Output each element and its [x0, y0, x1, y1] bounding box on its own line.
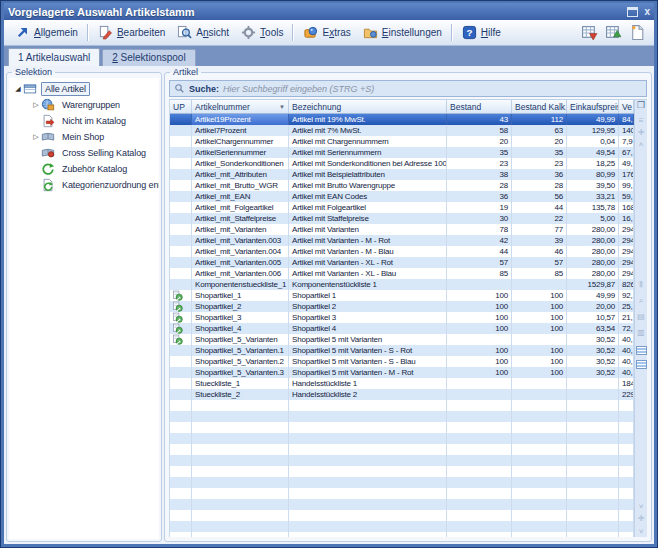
table-row[interactable]: Shopartikel_5_Varianten.3Shopartikel 5 m…: [170, 367, 634, 378]
table-row[interactable]: Artikel19ProzentArtikel mit 19% MwSt.431…: [170, 114, 634, 125]
new-document-icon[interactable]: [629, 24, 646, 41]
table-row[interactable]: Artikel_mit_VariantenArtikel mit Variant…: [170, 224, 634, 235]
table-row[interactable]: Artikel_mit_Varianten.005Artikel mit Var…: [170, 257, 634, 268]
up-cell: [170, 136, 192, 147]
menu-item-bearbeiten[interactable]: Bearbeiten: [92, 23, 171, 42]
grid-side-strip[interactable]: ❐≡✛˄⦀⌕▤▥˅✛˅: [634, 100, 647, 537]
menu-item-extras[interactable]: Extras: [297, 23, 356, 42]
close-icon[interactable]: x: [644, 7, 650, 17]
table-row[interactable]: Shopartikel_5_VariantenShopartikel 5 mit…: [170, 334, 634, 345]
table-row[interactable]: Artikel_mit_Varianten.004Artikel mit Var…: [170, 246, 634, 257]
table-row[interactable]: Stueckliste_1Handelsstückliste 1184: [170, 378, 634, 389]
tree-item-label: Mein Shop: [59, 131, 107, 143]
tree-item-nicht-im-katalog[interactable]: Nicht im Katalog: [11, 113, 157, 129]
column-header-ve[interactable]: Ve: [619, 100, 634, 113]
empty-cell: [567, 411, 619, 422]
table-import-icon[interactable]: [605, 24, 622, 41]
scroll-marker-icon[interactable]: ⌕: [635, 296, 647, 305]
tree-item-label: Zubehör Katalog: [59, 163, 130, 175]
tree-expander-icon[interactable]: ▷: [31, 133, 41, 141]
list-marker-icon[interactable]: [636, 360, 647, 369]
table-row[interactable]: ArtikelChargennummerArtikel mit Chargenn…: [170, 136, 634, 147]
cell-ve: 40,: [619, 345, 634, 356]
empty-cell: [567, 455, 619, 466]
tree-item-kategorienzuordnung-entfernen[interactable]: Kategorienzuordnung entfernen: [11, 177, 157, 193]
table-row[interactable]: ArtikelSeriennummerArtikel mit Seriennum…: [170, 147, 634, 158]
tree-expander-icon[interactable]: ▷: [31, 101, 41, 109]
empty-cell: [170, 499, 192, 510]
empty-cell: [512, 400, 567, 411]
cell-bestand: 100: [447, 301, 512, 312]
table-export-icon[interactable]: [581, 24, 598, 41]
up-cell: [170, 114, 192, 125]
scroll-marker-icon[interactable]: ▤: [635, 312, 647, 321]
cell-bestand-kalk: 100: [512, 301, 567, 312]
table-row[interactable]: Shopartikel_5_Varianten.1Shopartikel 5 m…: [170, 345, 634, 356]
cell-ve: 72,: [619, 323, 634, 334]
tree-item-cross-selling-katalog[interactable]: Cross Selling Katalog: [11, 145, 157, 161]
empty-cell: [512, 466, 567, 477]
search-input[interactable]: Suche: Hier Suchbegriff eingeben (STRG +…: [169, 80, 647, 97]
menu-item-tools[interactable]: Tools: [235, 23, 289, 42]
tab-2[interactable]: 2 Selektionspool: [102, 49, 195, 66]
empty-cell: [192, 433, 289, 444]
scroll-marker-icon[interactable]: ˄: [635, 140, 647, 149]
column-header-bestand[interactable]: Bestand: [447, 100, 512, 113]
cell-bestand: [447, 334, 512, 345]
table-row[interactable]: Shopartikel_3Shopartikel 310010010,5721,: [170, 312, 634, 323]
scroll-marker-icon[interactable]: ˅: [635, 527, 647, 536]
table-row[interactable]: Shopartikel_4Shopartikel 410010063,5472,: [170, 323, 634, 334]
up-cell: [170, 191, 192, 202]
table-row[interactable]: Komponentenstueckliste_1Komponentenstück…: [170, 279, 634, 290]
menu-item-ansicht[interactable]: Ansicht: [171, 23, 235, 42]
table-row[interactable]: Shopartikel_2Shopartikel 210010020,0025,: [170, 301, 634, 312]
column-header-artikelnummer[interactable]: Artikelnummer▼: [192, 100, 289, 113]
restore-icon[interactable]: [627, 7, 638, 17]
menu-item-einstellungen[interactable]: Einstellungen: [357, 23, 448, 42]
menu-item-hilfe[interactable]: ?Hilfe: [456, 23, 507, 42]
scroll-marker-icon[interactable]: ✛: [635, 514, 647, 523]
table-row[interactable]: Artikel_mit_Varianten.006Artikel mit Var…: [170, 268, 634, 279]
tree-item-zubeh-r-katalog[interactable]: Zubehör Katalog: [11, 161, 157, 177]
scroll-marker-icon[interactable]: ▥: [635, 328, 647, 337]
scroll-marker-icon[interactable]: ⦀: [635, 280, 647, 289]
empty-cell: [289, 433, 447, 444]
cell-bezeichnung: Artikel mit Varianten - M - Rot: [289, 235, 447, 246]
cell-bezeichnung: Shopartikel 5 mit Varianten - S - Blau: [289, 356, 447, 367]
tab-1[interactable]: 1 Artikelauswahl: [8, 48, 100, 66]
menu-item-allgemein[interactable]: Allgemein: [9, 23, 84, 42]
tree-expander-icon[interactable]: ◢: [13, 85, 23, 93]
table-row[interactable]: Artikel_mit_Varianten.003Artikel mit Var…: [170, 235, 634, 246]
table-row[interactable]: Artikel_mit_Brutto_WGRArtikel mit Brutto…: [170, 180, 634, 191]
cell-artikelnummer: Shopartikel_5_Varianten.1: [192, 345, 289, 356]
column-header-bestand-kalk-[interactable]: Bestand Kalk.: [512, 100, 567, 113]
empty-cell: [619, 510, 634, 521]
column-header-up[interactable]: UP: [170, 100, 192, 113]
empty-cell: [512, 444, 567, 455]
column-header-bezeichnung[interactable]: Bezeichnung: [289, 100, 447, 113]
tree-item-label: Nicht im Katalog: [59, 115, 129, 127]
empty-cell: [192, 488, 289, 499]
tree-item-mein-shop[interactable]: ▷Mein Shop: [11, 129, 157, 145]
table-row[interactable]: Artikel_mit_AttributenArtikel mit Beispi…: [170, 169, 634, 180]
table-row[interactable]: Artikel_mit_EANArtikel mit EAN Codes3656…: [170, 191, 634, 202]
table-row[interactable]: Shopartikel_5_Varianten.2Shopartikel 5 m…: [170, 356, 634, 367]
cell-artikelnummer: Artikel_mit_Varianten.005: [192, 257, 289, 268]
table-row[interactable]: Artikel7ProzentArtikel mit 7% MwSt.58631…: [170, 125, 634, 136]
table-row[interactable]: Artikel_mit_StaffelpreiseArtikel mit Sta…: [170, 213, 634, 224]
tree-item-alle-artikel[interactable]: ◢Alle Artikel: [11, 81, 157, 97]
cell-einkaufspreis: 49,99: [567, 114, 619, 125]
table-row[interactable]: Artikel_mit_FolgeartikelArtikel mit Folg…: [170, 202, 634, 213]
column-header-einkaufspreis[interactable]: Einkaufspreis: [567, 100, 619, 113]
list-marker-icon[interactable]: [636, 346, 647, 355]
column-header-label: Bezeichnung: [292, 102, 341, 112]
scroll-marker-icon[interactable]: ≡: [635, 116, 647, 125]
scroll-marker-icon[interactable]: ✛: [635, 128, 647, 137]
cell-bestand: 100: [447, 356, 512, 367]
scroll-marker-icon[interactable]: ˅: [635, 502, 647, 511]
table-row[interactable]: Stueckliste_2Handelsstückliste 2229: [170, 389, 634, 400]
column-chooser-icon[interactable]: ❐: [635, 101, 647, 110]
tree-item-warengruppen[interactable]: ▷Warengruppen: [11, 97, 157, 113]
table-row[interactable]: Shopartikel_1Shopartikel 110010049,9992,: [170, 290, 634, 301]
table-row[interactable]: Artikel_SonderkonditionenArtikel mit Son…: [170, 158, 634, 169]
